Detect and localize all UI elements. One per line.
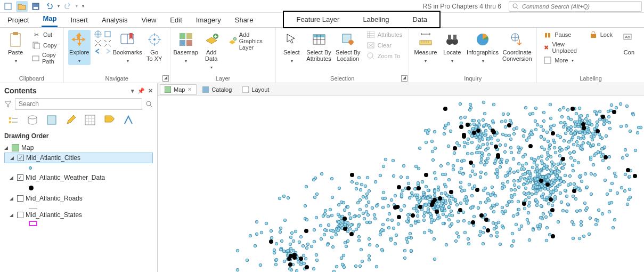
- collapse-arrow-icon[interactable]: ◢: [10, 212, 15, 218]
- svg-point-503: [511, 232, 514, 235]
- select-by-location-button[interactable]: Select By Location: [335, 30, 361, 63]
- svg-point-124: [608, 210, 611, 213]
- tab-labeling[interactable]: Labeling: [351, 12, 401, 27]
- layer-symbol[interactable]: [4, 203, 153, 210]
- tab-edit[interactable]: Edit: [169, 14, 183, 27]
- list-by-source-icon[interactable]: [27, 114, 39, 127]
- svg-point-354: [547, 154, 550, 157]
- prev-extent-icon[interactable]: [94, 48, 102, 54]
- collapse-arrow-icon[interactable]: ◢: [4, 145, 10, 150]
- cut-button[interactable]: ✂Cut: [30, 30, 59, 39]
- svg-rect-18: [186, 40, 192, 46]
- layer-row[interactable]: ◢ ✓ Mid_Atlantic_Weather_Data: [4, 173, 153, 182]
- fixed-zoom-in-icon[interactable]: [103, 30, 112, 38]
- layer-row[interactable]: ◢ Mid_Atlantic_Roads: [4, 194, 153, 203]
- tab-map[interactable]: Map: [42, 12, 58, 27]
- basemap-button[interactable]: Basemap: [175, 30, 197, 65]
- tab-insert[interactable]: Insert: [69, 14, 89, 27]
- map-canvas[interactable]: [158, 96, 644, 272]
- selection-launcher[interactable]: ◢: [401, 75, 407, 82]
- copy-path-button[interactable]: Copy Path: [30, 51, 59, 65]
- close-map-tab[interactable]: ✕: [188, 86, 192, 92]
- measure-button[interactable]: Measure: [413, 30, 438, 65]
- contents-search-input[interactable]: [15, 98, 142, 110]
- pin-icon[interactable]: 📌: [137, 87, 145, 94]
- list-by-snapping-icon[interactable]: [84, 114, 97, 127]
- navigate-launcher[interactable]: ◢: [162, 75, 169, 82]
- save-icon[interactable]: [30, 1, 42, 12]
- coordinate-conversion-button[interactable]: Coordinate Conversion: [502, 30, 532, 63]
- list-by-perceptual-icon[interactable]: [123, 114, 135, 127]
- clear-selection-button[interactable]: Clear: [364, 41, 404, 50]
- doctab-map[interactable]: Map ✕: [160, 84, 197, 95]
- goto-xy-button[interactable]: Go To XY: [143, 30, 166, 63]
- list-by-drawing-order-icon[interactable]: [7, 114, 20, 127]
- convert-labels-button[interactable]: Ab Con: [618, 30, 640, 57]
- layer-symbol[interactable]: [4, 163, 153, 173]
- copy-button[interactable]: Copy: [30, 41, 59, 50]
- tab-project[interactable]: Project: [6, 14, 30, 27]
- pause-labeling-button[interactable]: ▮▮Pause: [541, 30, 581, 39]
- locate-button[interactable]: Locate: [441, 30, 463, 65]
- next-extent-icon[interactable]: [103, 48, 112, 54]
- zoom-out-icon[interactable]: [103, 39, 112, 47]
- undo-icon[interactable]: [44, 1, 55, 12]
- full-extent-icon[interactable]: [94, 30, 102, 38]
- more-labeling-button[interactable]: More▾: [541, 55, 581, 65]
- layer-symbol[interactable]: [4, 220, 153, 227]
- list-by-selection-icon[interactable]: [46, 114, 59, 127]
- add-data-button[interactable]: Add Data: [200, 30, 223, 71]
- list-by-labeling-icon[interactable]: [103, 114, 116, 127]
- lock-labeling-button[interactable]: Lock: [587, 30, 615, 39]
- tab-view[interactable]: View: [140, 14, 157, 27]
- zoom-to-selection-button[interactable]: Zoom To: [364, 51, 404, 61]
- tab-imagery[interactable]: Imagery: [195, 14, 222, 27]
- tab-share[interactable]: Share: [234, 14, 255, 27]
- list-by-editing-icon[interactable]: [65, 114, 78, 127]
- layer-visibility-checkbox[interactable]: ✓: [17, 174, 23, 181]
- select-by-attributes-button[interactable]: Select By Attributes: [306, 30, 332, 63]
- command-search[interactable]: [509, 1, 642, 12]
- svg-point-853: [363, 217, 366, 220]
- svg-point-559: [456, 220, 460, 223]
- svg-point-920: [373, 217, 377, 220]
- layer-visibility-checkbox[interactable]: [17, 195, 23, 202]
- open-project-icon[interactable]: [16, 1, 28, 12]
- search-icon[interactable]: [145, 100, 153, 108]
- layer-row[interactable]: ◢ Mid_Atlantic_States: [4, 210, 153, 220]
- paste-button[interactable]: Paste: [4, 30, 27, 65]
- filter-icon[interactable]: [4, 100, 12, 108]
- qat-customize[interactable]: ▾: [82, 4, 84, 9]
- svg-point-838: [304, 204, 307, 207]
- tab-feature-layer[interactable]: Feature Layer: [284, 12, 351, 27]
- map-view[interactable]: [158, 96, 644, 272]
- layer-row[interactable]: ◢ ✓ Mid_Atlantic_Cities: [4, 153, 153, 163]
- select-button[interactable]: Select: [280, 30, 303, 65]
- map-node[interactable]: ◢ Map: [4, 143, 153, 153]
- command-search-input[interactable]: [522, 3, 638, 10]
- undo-dropdown[interactable]: ▾: [58, 4, 60, 9]
- explore-button[interactable]: Explore: [68, 30, 91, 65]
- collapse-arrow-icon[interactable]: ◢: [10, 155, 15, 161]
- infographics-button[interactable]: Infographics: [467, 30, 499, 65]
- tab-data[interactable]: Data: [401, 12, 439, 27]
- tab-analysis[interactable]: Analysis: [101, 14, 128, 27]
- close-contents-icon[interactable]: ✕: [148, 87, 153, 94]
- view-unplaced-button[interactable]: ✖View Unplaced: [541, 41, 581, 54]
- collapse-arrow-icon[interactable]: ◢: [10, 196, 15, 201]
- layer-symbol[interactable]: [4, 182, 153, 194]
- add-graphics-layer-button[interactable]: Add Graphics Layer: [226, 31, 272, 51]
- layer-visibility-checkbox[interactable]: [17, 212, 23, 218]
- doctab-catalog[interactable]: Catalog: [198, 84, 237, 95]
- new-project-icon[interactable]: [2, 1, 14, 12]
- layer-visibility-checkbox[interactable]: ✓: [18, 155, 24, 161]
- svg-point-201: [531, 193, 534, 196]
- bookmarks-button[interactable]: Bookmarks: [115, 30, 140, 65]
- collapse-arrow-icon[interactable]: ◢: [10, 175, 15, 180]
- doctab-layout[interactable]: Layout: [238, 84, 274, 95]
- redo-dropdown[interactable]: ▾: [76, 4, 78, 9]
- redo-icon[interactable]: [62, 1, 74, 12]
- zoom-in-icon[interactable]: [94, 39, 102, 47]
- contents-menu-icon[interactable]: ▾: [131, 87, 134, 94]
- attributes-button[interactable]: Attributes: [364, 30, 404, 39]
